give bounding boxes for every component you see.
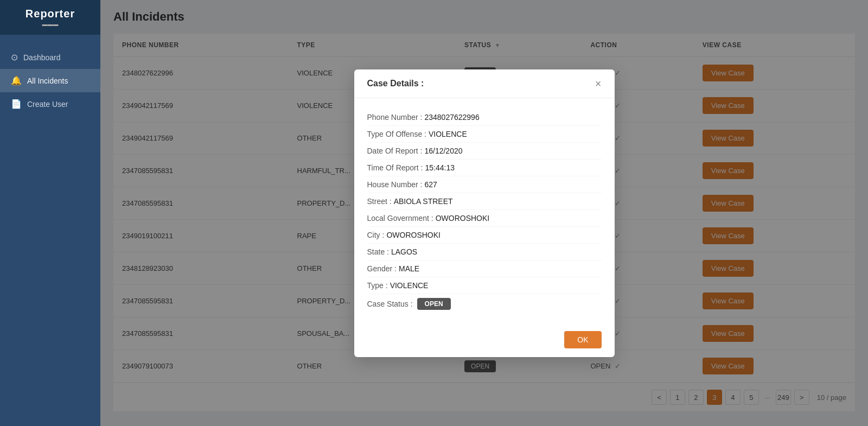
ok-button[interactable]: OK xyxy=(564,331,601,348)
sidebar-item-create-user[interactable]: 📄 Create User xyxy=(0,92,100,116)
modal-title: Case Details : xyxy=(367,79,424,88)
field-label: Date Of Report : xyxy=(367,147,423,155)
sidebar-item-label: Dashboard xyxy=(23,53,61,62)
modal-body: Phone Number :2348027622996Type Of Offen… xyxy=(354,98,615,325)
dashboard-icon: ⊙ xyxy=(11,52,18,62)
logo-sub: ▬▬▬ xyxy=(25,21,75,27)
main-content: All Incidents PHONE NUMBER TYPE STATUS ▼… xyxy=(100,0,868,426)
field-value: VIOLENCE xyxy=(390,281,429,290)
modal-field: City :OWOROSHOKI xyxy=(367,227,602,244)
case-status-badge: OPEN xyxy=(417,298,451,310)
modal-case-status-field: Case Status :OPEN xyxy=(367,294,602,314)
case-status-label: Case Status : xyxy=(367,300,413,308)
modal-field: Gender :MALE xyxy=(367,260,602,277)
field-value: MALE xyxy=(399,264,419,273)
field-label: Gender : xyxy=(367,264,397,273)
incidents-icon: 🔔 xyxy=(11,75,22,86)
modal-field: House Number :627 xyxy=(367,176,602,193)
modal-field: Street :ABIOLA STREET xyxy=(367,193,602,210)
modal-field: Local Government :OWOROSHOKI xyxy=(367,210,602,227)
field-label: Phone Number : xyxy=(367,113,423,122)
create-user-icon: 📄 xyxy=(11,99,22,109)
field-label: Street : xyxy=(367,197,392,206)
field-label: State : xyxy=(367,247,389,256)
modal-footer: OK xyxy=(354,325,615,357)
field-value: 15:44:13 xyxy=(425,163,455,172)
sidebar-item-dashboard[interactable]: ⊙ Dashboard xyxy=(0,46,100,69)
field-value: 16/12/2020 xyxy=(424,147,462,155)
modal-field: State :LAGOS xyxy=(367,244,602,260)
field-value: OWOROSHOKI xyxy=(436,214,490,222)
field-value: OWOROSHOKI xyxy=(386,231,441,239)
modal-field: Type Of Offense :VIOLENCE xyxy=(367,126,602,143)
field-label: City : xyxy=(367,231,385,239)
modal-field: Date Of Report :16/12/2020 xyxy=(367,143,602,160)
modal-field: Time Of Report :15:44:13 xyxy=(367,160,602,176)
field-value: 627 xyxy=(424,180,437,189)
sidebar-item-label: Create User xyxy=(27,100,68,109)
field-value: VIOLENCE xyxy=(429,130,467,138)
field-label: Local Government : xyxy=(367,214,433,222)
field-label: Type : xyxy=(367,281,388,290)
modal-field: Type :VIOLENCE xyxy=(367,277,602,294)
sidebar-item-all-incidents[interactable]: 🔔 All Incidents xyxy=(0,69,100,92)
field-label: Type Of Offense : xyxy=(367,130,426,138)
field-value: LAGOS xyxy=(391,247,417,256)
field-value: 2348027622996 xyxy=(424,113,479,122)
field-label: Time Of Report : xyxy=(367,163,423,172)
logo-text: Reporter xyxy=(25,8,75,20)
modal-overlay[interactable]: Case Details : × Phone Number :234802762… xyxy=(100,0,868,426)
field-label: House Number : xyxy=(367,180,423,189)
sidebar-item-label: All Incidents xyxy=(27,77,68,85)
field-value: ABIOLA STREET xyxy=(394,197,453,206)
modal-close-button[interactable]: × xyxy=(595,78,602,89)
sidebar: Reporter ▬▬▬ ⊙ Dashboard 🔔 All Incidents… xyxy=(0,0,100,426)
case-details-modal: Case Details : × Phone Number :234802762… xyxy=(354,69,615,357)
sidebar-nav: ⊙ Dashboard 🔔 All Incidents 📄 Create Use… xyxy=(0,35,100,426)
sidebar-logo: Reporter ▬▬▬ xyxy=(0,0,100,35)
modal-header: Case Details : × xyxy=(354,69,615,98)
modal-field: Phone Number :2348027622996 xyxy=(367,109,602,126)
